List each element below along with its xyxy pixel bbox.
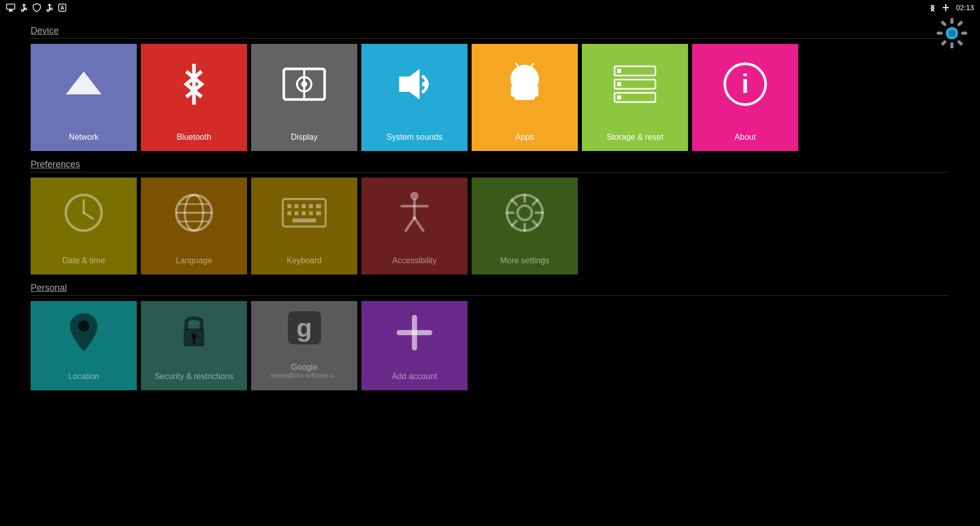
svg-rect-60 (309, 204, 313, 208)
font-icon: A (58, 4, 66, 12)
svg-rect-65 (309, 211, 313, 215)
svg-rect-18 (961, 32, 967, 35)
google-sublabel: review@chx-software.c... (270, 372, 338, 379)
svg-rect-5 (24, 8, 27, 10)
personal-section-label: Personal (31, 283, 949, 296)
bluetooth-label: Bluetooth (177, 132, 211, 142)
display-tile[interactable]: Display (251, 44, 357, 151)
svg-rect-7 (47, 10, 49, 11)
accessibility-icon (397, 178, 432, 248)
svg-rect-57 (287, 204, 291, 208)
apps-tile[interactable]: Apps (472, 44, 578, 151)
svg-rect-43 (617, 82, 621, 86)
svg-rect-0 (7, 4, 15, 9)
about-tile[interactable]: i About (692, 44, 798, 151)
add-account-tile[interactable]: Add account (361, 301, 468, 390)
date-time-icon (63, 178, 104, 248)
system-sounds-label: System sounds (386, 132, 442, 142)
svg-rect-66 (316, 211, 321, 215)
keyboard-label: Keyboard (287, 256, 322, 265)
svg-rect-61 (316, 204, 321, 208)
google-tile[interactable]: g Google review@chx-software.c... (251, 301, 357, 390)
svg-text:i: i (742, 69, 749, 98)
display-label: Display (291, 132, 317, 142)
more-settings-label: More settings (500, 256, 549, 265)
storage-reset-icon (612, 44, 658, 125)
bluetooth-icon (176, 44, 212, 125)
bluetooth-status-icon (929, 3, 936, 12)
svg-rect-8 (50, 8, 52, 10)
svg-rect-22 (957, 20, 964, 27)
google-label: Google (291, 362, 317, 372)
svg-text:g: g (296, 314, 312, 342)
status-icons-left: A (6, 3, 66, 12)
google-icon: g (285, 301, 324, 355)
location-icon (66, 301, 102, 364)
date-time-tile[interactable]: Date & time (31, 178, 137, 274)
svg-rect-20 (957, 40, 964, 46)
svg-point-39 (511, 73, 538, 85)
preferences-tiles-row: Date & time Language (31, 178, 949, 274)
storage-reset-tile[interactable]: Storage & reset (582, 44, 688, 151)
svg-rect-59 (302, 204, 306, 208)
bluetooth-tile[interactable]: Bluetooth (141, 44, 247, 151)
svg-rect-16 (950, 42, 953, 48)
main-content: Device Network Bluetooth (0, 15, 980, 526)
preferences-section-label: Preferences (31, 159, 949, 172)
svg-rect-21 (941, 40, 947, 46)
personal-tiles-row: Location Security & restrictions g (31, 301, 949, 390)
usb2-icon (46, 3, 53, 12)
device-section-label: Device (31, 26, 949, 39)
about-icon: i (722, 44, 768, 125)
svg-rect-41 (617, 69, 621, 73)
security-restrictions-label: Security & restrictions (155, 371, 234, 381)
svg-point-14 (948, 30, 955, 37)
apps-label: Apps (516, 132, 534, 142)
keyboard-tile[interactable]: Keyboard (251, 178, 357, 274)
add-account-label: Add account (392, 371, 437, 381)
accessibility-label: Accessibility (392, 256, 436, 265)
add-account-icon (394, 301, 435, 364)
device-tiles-row: Network Bluetooth (31, 44, 949, 151)
accessibility-tile[interactable]: Accessibility (361, 178, 468, 274)
svg-text:A: A (60, 5, 64, 11)
language-label: Language (176, 256, 212, 265)
network-icon (61, 44, 107, 125)
security-icon (176, 301, 212, 364)
svg-rect-63 (295, 211, 299, 215)
usb-icon (20, 3, 28, 12)
system-sounds-icon (391, 44, 437, 125)
keyboard-icon (281, 178, 327, 248)
svg-rect-19 (941, 20, 947, 27)
svg-line-79 (512, 200, 517, 205)
svg-line-82 (512, 221, 517, 226)
network-tile[interactable]: Network (31, 44, 137, 151)
storage-reset-label: Storage & reset (606, 132, 663, 142)
svg-line-81 (533, 200, 537, 205)
location-label: Location (68, 371, 100, 381)
svg-rect-45 (617, 95, 621, 99)
svg-marker-29 (399, 69, 420, 99)
date-time-label: Date & time (62, 256, 105, 265)
display-icon (281, 44, 327, 125)
security-restrictions-tile[interactable]: Security & restrictions (141, 301, 247, 390)
svg-rect-1 (9, 10, 12, 11)
svg-line-80 (533, 221, 537, 226)
status-icons-right: 02:13 (929, 3, 974, 12)
location-tile[interactable]: Location (31, 301, 137, 390)
svg-rect-67 (292, 218, 316, 222)
more-settings-tile[interactable]: More settings (472, 178, 578, 274)
more-settings-icon (504, 178, 545, 248)
svg-rect-17 (937, 32, 943, 35)
system-sounds-tile[interactable]: System sounds (361, 44, 468, 151)
svg-line-71 (406, 218, 414, 231)
svg-rect-15 (950, 18, 953, 24)
svg-point-30 (422, 82, 427, 87)
svg-line-50 (84, 213, 93, 219)
clock-time: 02:13 (956, 4, 974, 12)
svg-point-74 (518, 206, 532, 220)
svg-rect-4 (21, 10, 23, 11)
monitor-icon (6, 4, 15, 12)
svg-rect-36 (514, 86, 535, 100)
language-tile[interactable]: Language (141, 178, 247, 274)
